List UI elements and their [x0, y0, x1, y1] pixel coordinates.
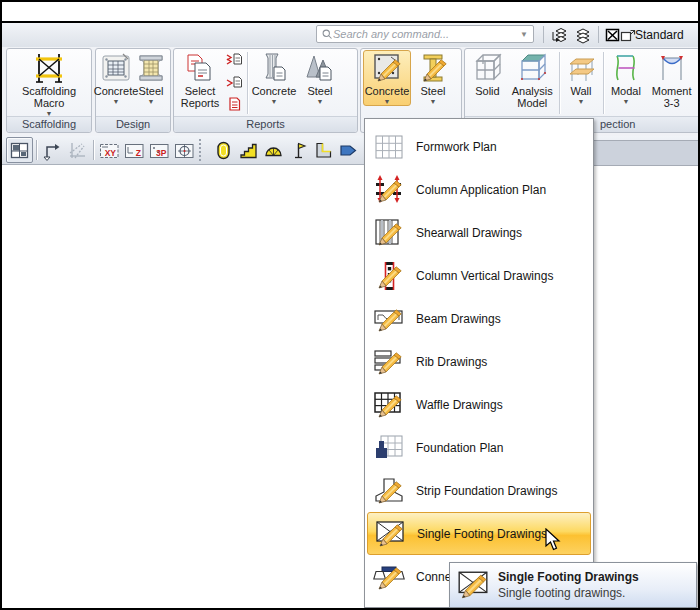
select-reports-button[interactable]: Select Reports	[176, 50, 224, 109]
coord-3p-button[interactable]: 3P	[147, 138, 172, 162]
menu-item-waffle-drawings[interactable]: Waffle Drawings	[365, 383, 593, 426]
stairs-tool-icon	[238, 140, 259, 161]
concrete-column-report-icon	[257, 51, 291, 85]
report-add-all-icon[interactable]	[226, 51, 243, 68]
report-small-buttons	[224, 50, 245, 114]
search-input[interactable]: Search any command... ▼	[316, 25, 534, 43]
button-label: Wall	[571, 85, 592, 97]
angle-tool-button[interactable]	[311, 138, 336, 162]
search-dropdown-icon[interactable]: ▼	[517, 30, 531, 39]
tooltip-title: Single Footing Drawings	[498, 570, 639, 584]
report-page-icon[interactable]	[226, 96, 243, 113]
select-reports-icon	[183, 51, 217, 85]
menu-item-label: Column Application Plan	[416, 183, 546, 197]
connection-drawings-icon	[373, 561, 405, 593]
layers-forward-icon[interactable]	[551, 26, 569, 44]
column-tool-icon	[213, 140, 234, 161]
menu-item-formwork-plan[interactable]: Formwork Plan	[365, 125, 593, 168]
viewports-button[interactable]	[6, 137, 33, 163]
rib-drawings-icon	[373, 346, 405, 378]
button-label: Concrete	[365, 85, 410, 97]
menu-item-label: Strip Foundation Drawings	[416, 484, 557, 498]
angle-tool-icon	[313, 140, 334, 161]
moment-3-3-button[interactable]: Moment 3-3	[646, 50, 697, 109]
beam-drawings-icon	[373, 303, 405, 335]
reports-concrete-button[interactable]: Concrete ▼	[250, 50, 298, 105]
separator	[603, 52, 604, 114]
app-window: al - Static Template Project - [Base CEI…	[0, 0, 700, 610]
menu-item-foundation-plan[interactable]: Foundation Plan	[365, 426, 593, 469]
coord-xy-icon: XY	[99, 140, 120, 161]
grid-axes-icon	[67, 140, 88, 161]
svg-text:XY: XY	[105, 147, 117, 157]
drawings-steel-button[interactable]: Steel ▼	[411, 50, 455, 105]
toolbar-grip[interactable]	[199, 139, 209, 161]
tooltip-description: Single footing drawings.	[498, 584, 639, 600]
reports-steel-button[interactable]: Steel ▼	[298, 50, 342, 105]
group-label-reports: Reports	[174, 116, 357, 132]
ribbon-group-design: Concrete ▼ Steel ▼ Design	[95, 48, 171, 133]
menu-item-shearwall-drawings[interactable]: Shearwall Drawings	[365, 211, 593, 254]
menu-item-label: Beam Drawings	[416, 312, 501, 326]
menu-item-column-application-plan[interactable]: Column Application Plan	[365, 168, 593, 211]
scaffolding-macro-button[interactable]: Scaffolding Macro ▼	[12, 50, 86, 117]
menu-item-label: Rib Drawings	[416, 355, 487, 369]
svg-text:Z: Z	[136, 147, 141, 157]
solid-button[interactable]: Solid	[467, 50, 508, 97]
menu-item-label: Shearwall Drawings	[416, 226, 522, 240]
dome-tool-button[interactable]	[261, 138, 286, 162]
menu-item-beam-drawings[interactable]: Beam Drawings	[365, 297, 593, 340]
dropdown-arrow-icon: ▼	[578, 97, 585, 105]
mouse-cursor	[545, 528, 565, 552]
button-label: Scaffolding Macro	[12, 85, 86, 109]
coord-z-icon: Z	[124, 140, 145, 161]
button-label: Concrete	[252, 85, 297, 97]
pin-tool-button[interactable]	[286, 138, 311, 162]
grid-axes-button[interactable]	[65, 138, 90, 162]
button-label: Concrete	[94, 85, 139, 97]
design-steel-button[interactable]: Steel ▼	[134, 50, 168, 105]
quick-access-bar: Search any command... ▼ Standard	[2, 23, 698, 48]
menu-item-column-vertical-drawings[interactable]: Column Vertical Drawings	[365, 254, 593, 297]
menu-item-rib-drawings[interactable]: Rib Drawings	[365, 340, 593, 383]
dropdown-arrow-icon: ▼	[430, 97, 437, 105]
dome-tool-icon	[263, 140, 284, 161]
drawings-concrete-button[interactable]: Concrete ▼	[363, 50, 411, 106]
analysis-model-button[interactable]: Analysis Model	[508, 50, 557, 109]
ribbon-group-reports: Select Reports Concrete ▼ Steel ▼	[173, 48, 358, 133]
modal-button[interactable]: Modal ▼	[605, 50, 646, 105]
stairs-tool-button[interactable]	[236, 138, 261, 162]
group-label-scaffolding: Scaffolding	[7, 116, 91, 132]
ucs-arrow-icon	[42, 140, 63, 161]
separator	[93, 140, 94, 160]
coord-xy-button[interactable]: XY	[97, 138, 122, 162]
column-tool-button[interactable]	[211, 138, 236, 162]
design-concrete-button[interactable]: Concrete ▼	[98, 50, 134, 105]
formwork-plan-icon	[373, 131, 405, 163]
layers-icon[interactable]	[574, 26, 592, 44]
polygon-tool-icon	[338, 140, 359, 161]
svg-text:3P: 3P	[156, 147, 167, 157]
group-label-design: Design	[96, 116, 170, 132]
menu-item-label: Waffle Drawings	[416, 398, 503, 412]
coord-rotate-button[interactable]	[172, 138, 197, 162]
coord-rotate-icon	[174, 140, 195, 161]
shearwall-drawings-icon	[373, 217, 405, 249]
concrete-section-pencil-icon	[370, 51, 404, 85]
ucs-button[interactable]	[40, 138, 65, 162]
separator	[543, 26, 544, 43]
column-vertical-drawings-icon	[373, 260, 405, 292]
coord-z-button[interactable]: Z	[122, 138, 147, 162]
button-label: Select Reports	[176, 85, 224, 109]
wall-button[interactable]: Wall ▼	[562, 50, 601, 105]
menu-item-label: Formwork Plan	[416, 140, 497, 154]
column-application-plan-icon	[373, 174, 405, 206]
menu-item-strip-foundation-drawings[interactable]: Strip Foundation Drawings	[365, 469, 593, 512]
dropdown-arrow-icon: ▼	[622, 97, 629, 105]
dropdown-arrow-icon: ▼	[271, 97, 278, 105]
polygon-tool-button[interactable]	[336, 138, 361, 162]
single-footing-drawings-icon	[374, 518, 406, 550]
report-add-icon[interactable]	[226, 74, 243, 91]
single-footing-drawings-icon	[456, 568, 490, 602]
profile-selector[interactable]: Standard	[635, 23, 684, 47]
